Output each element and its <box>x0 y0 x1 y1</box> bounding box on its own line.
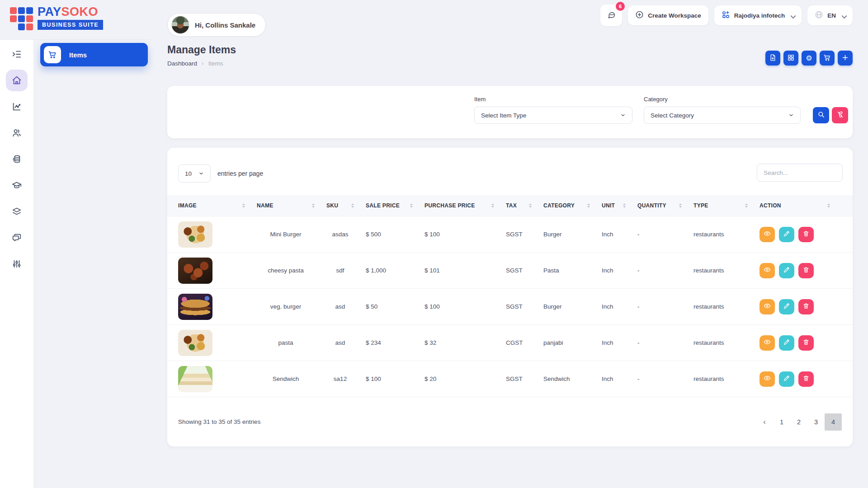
col-header-image[interactable]: IMAGE <box>178 202 257 209</box>
col-header-quantity[interactable]: QUANTITY <box>637 202 693 209</box>
edit-button[interactable] <box>779 335 794 351</box>
user-greeting-pill[interactable]: Hi, Collins Sankale <box>167 13 266 37</box>
delete-button[interactable] <box>798 299 814 314</box>
item-type-value: Select Item Type <box>481 112 526 119</box>
col-header-purchase-price[interactable]: PURCHASE PRICE <box>425 202 506 209</box>
create-workspace-button[interactable]: Create Workspace <box>628 5 708 25</box>
messages-icon[interactable] <box>6 227 28 249</box>
preferences-icon[interactable] <box>6 253 28 275</box>
search-icon <box>817 111 825 120</box>
table-row: cheesy pasta sdf $ 1,000 $ 101 SGST Past… <box>167 252 853 288</box>
plus-icon <box>841 54 849 63</box>
education-icon[interactable] <box>6 174 28 196</box>
analytics-icon[interactable] <box>6 96 28 117</box>
edit-button[interactable] <box>779 299 794 314</box>
cell-sale-price: $ 50 <box>366 303 425 310</box>
edit-button[interactable] <box>779 371 794 387</box>
language-selector[interactable]: EN <box>807 5 853 25</box>
col-header-unit[interactable]: UNIT <box>602 202 637 209</box>
item-type-select[interactable]: Select Item Type <box>474 107 632 124</box>
page-size-control: 10 entries per page <box>178 164 263 183</box>
cell-tax: CGST <box>506 339 543 346</box>
trash-icon <box>802 375 810 383</box>
chat-button[interactable]: 6 <box>600 5 622 26</box>
cell-type: restaurants <box>693 267 760 274</box>
grid-icon <box>787 54 795 63</box>
table-search-input[interactable] <box>757 164 843 182</box>
cart-toolbar-button[interactable] <box>820 51 835 66</box>
cell-unit: Inch <box>602 339 637 346</box>
app-root: PAYSOKO BUSINESS SUITE Hi, Collins Sanka… <box>0 0 868 488</box>
category-select[interactable]: Select Category <box>644 107 801 124</box>
clear-filter-button[interactable] <box>832 107 848 123</box>
col-header-type[interactable]: TYPE <box>693 202 760 209</box>
language-code: EN <box>827 12 836 19</box>
col-header-category[interactable]: CATEGORY <box>543 202 602 209</box>
col-header-action[interactable]: ACTION <box>760 202 842 209</box>
sort-icon <box>745 203 748 208</box>
page-size-select[interactable]: 10 <box>178 164 211 183</box>
create-workspace-label: Create Workspace <box>648 12 701 19</box>
pagination-page-3[interactable]: 3 <box>807 413 825 431</box>
users-icon[interactable] <box>6 122 28 144</box>
pagination-page-4-active[interactable]: 4 <box>825 413 842 431</box>
cell-sku: asd <box>326 339 366 346</box>
delete-button[interactable] <box>798 263 814 278</box>
pencil-icon <box>783 266 790 275</box>
table-footer: Showing 31 to 35 of 35 entries ‹ 1 2 3 4 <box>167 397 853 446</box>
export-document-button[interactable] <box>765 51 780 66</box>
view-button[interactable] <box>760 227 775 242</box>
cell-sale-price: $ 1,000 <box>366 267 425 274</box>
cell-sku: sdf <box>326 267 366 274</box>
finance-icon[interactable] <box>6 148 28 170</box>
page-size-value: 10 <box>185 170 192 177</box>
pencil-icon <box>783 230 790 239</box>
home-icon[interactable] <box>6 70 28 91</box>
col-header-name[interactable]: NAME <box>257 202 326 209</box>
workspace-switcher[interactable]: Rajodiya infotech <box>714 5 802 25</box>
edit-button[interactable] <box>779 227 794 242</box>
sort-icon <box>312 203 315 208</box>
filter-search-button[interactable] <box>813 107 829 123</box>
cell-name: cheesy pasta <box>257 267 326 274</box>
delete-button[interactable] <box>798 227 814 242</box>
delete-button[interactable] <box>798 335 814 351</box>
menu-collapse-icon[interactable] <box>6 43 28 65</box>
sort-icon <box>242 203 245 208</box>
pagination-page-1[interactable]: 1 <box>773 413 790 431</box>
cell-quantity: - <box>637 303 693 310</box>
delete-button[interactable] <box>798 371 814 387</box>
view-button[interactable] <box>760 263 775 278</box>
view-button[interactable] <box>760 371 775 387</box>
category-filter-label: Category <box>644 96 668 103</box>
item-image <box>178 366 212 392</box>
add-item-button[interactable] <box>838 51 853 66</box>
chevron-down-icon <box>620 113 626 118</box>
trash-icon <box>802 338 810 347</box>
edit-button[interactable] <box>779 263 794 278</box>
brand-logo: PAYSOKO BUSINESS SUITE <box>10 6 103 30</box>
col-header-sku[interactable]: SKU <box>326 202 366 209</box>
layers-icon[interactable] <box>6 201 28 222</box>
col-header-tax[interactable]: TAX <box>506 202 543 209</box>
sidebar-item-items[interactable]: Items <box>40 43 148 66</box>
pagination-prev[interactable]: ‹ <box>756 413 773 431</box>
grid-view-button[interactable] <box>783 51 798 66</box>
plus-circle-icon <box>635 10 644 20</box>
icon-rail <box>0 40 34 488</box>
gear-icon: ⚙ <box>806 55 812 62</box>
settings-button[interactable]: ⚙ <box>802 51 816 66</box>
pagination-page-2[interactable]: 2 <box>790 413 807 431</box>
sort-icon <box>410 203 413 208</box>
table-row: pasta asd $ 234 $ 32 CGST panjabi Inch -… <box>167 324 853 361</box>
breadcrumb-dashboard[interactable]: Dashboard <box>167 60 197 67</box>
col-header-sale-price[interactable]: SALE PRICE <box>366 202 425 209</box>
item-filter-label: Item <box>474 96 486 103</box>
pencil-icon <box>783 302 790 311</box>
view-button[interactable] <box>760 335 775 351</box>
cell-quantity: - <box>637 231 693 238</box>
eye-icon <box>764 230 771 239</box>
items-table-card: 10 entries per page IMAGE NAME SKU SALE … <box>167 148 853 446</box>
eye-icon <box>764 338 771 347</box>
view-button[interactable] <box>760 299 775 314</box>
